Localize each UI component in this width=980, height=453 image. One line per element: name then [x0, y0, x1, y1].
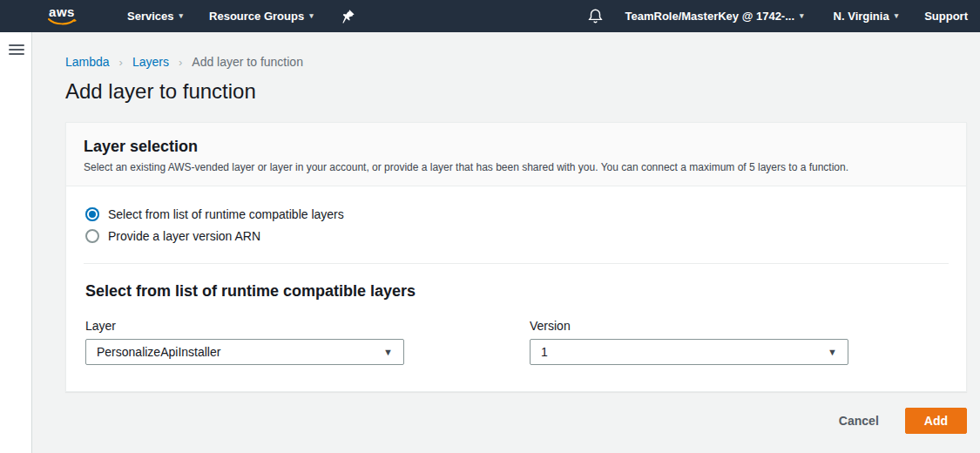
nav-account-menu[interactable]: TeamRole/MasterKey @ 1742-... ▾	[625, 10, 804, 23]
version-select[interactable]: 1 ▼	[530, 339, 848, 365]
chevron-down-icon: ▾	[309, 12, 314, 20]
nav-resource-groups-label: Resource Groups	[209, 10, 304, 23]
chevron-down-icon: ▾	[895, 12, 899, 20]
left-sidebar	[0, 32, 32, 453]
radio-label: Provide a layer version ARN	[108, 229, 260, 243]
version-field: Version 1 ▼	[530, 319, 848, 365]
breadcrumb-lambda-link[interactable]: Lambda	[65, 55, 110, 69]
nav-services-label: Services	[127, 10, 174, 23]
form-fields: Layer PersonalizeApiInstaller ▼ Version …	[85, 319, 949, 365]
section-title: Select from list of runtime compatible l…	[85, 282, 949, 301]
radio-layer-version-arn[interactable]: Provide a layer version ARN	[85, 229, 949, 243]
pin-icon[interactable]	[341, 9, 355, 24]
runtime-compatible-layers-section: Select from list of runtime compatible l…	[66, 264, 966, 391]
nav-support-link[interactable]: Support	[924, 10, 968, 23]
radio-label: Select from list of runtime compatible l…	[108, 207, 344, 221]
layer-select[interactable]: PersonalizeApiInstaller ▼	[85, 339, 404, 365]
chevron-down-icon: ▾	[179, 12, 184, 20]
page-title: Add layer to function	[65, 79, 967, 104]
aws-logo[interactable]: aws	[47, 6, 77, 26]
breadcrumb-separator: ›	[119, 56, 123, 69]
notifications-bell-icon[interactable]	[588, 8, 603, 24]
card-description: Select an existing AWS-vended layer or l…	[84, 161, 949, 173]
layer-field: Layer PersonalizeApiInstaller ▼	[85, 319, 404, 365]
version-field-label: Version	[530, 319, 848, 333]
chevron-down-icon: ▼	[383, 348, 393, 357]
breadcrumb-layers-link[interactable]: Layers	[132, 55, 169, 69]
hamburger-menu-icon[interactable]	[9, 44, 24, 55]
card-header: Layer selection Select an existing AWS-v…	[66, 123, 966, 186]
nav-region-menu[interactable]: N. Virginia ▾	[834, 10, 899, 23]
nav-account-label: TeamRole/MasterKey @ 1742-...	[625, 10, 795, 23]
breadcrumb: Lambda › Layers › Add layer to function	[65, 55, 967, 69]
layer-select-value: PersonalizeApiInstaller	[97, 345, 220, 359]
chevron-down-icon: ▾	[800, 12, 804, 20]
layer-field-label: Layer	[85, 319, 404, 333]
top-navigation-bar: aws Services ▾ Resource Groups ▾	[0, 0, 980, 32]
breadcrumb-current-page: Add layer to function	[192, 55, 303, 69]
cancel-button[interactable]: Cancel	[839, 414, 879, 428]
card-title: Layer selection	[84, 138, 949, 156]
radio-runtime-compatible-layers[interactable]: Select from list of runtime compatible l…	[85, 207, 949, 221]
content-area: Lambda › Layers › Add layer to function …	[32, 32, 980, 453]
radio-selected-icon[interactable]	[85, 207, 99, 221]
main-area: Lambda › Layers › Add layer to function …	[0, 32, 980, 453]
aws-logo-text: aws	[49, 6, 75, 18]
nav-services-menu[interactable]: Services ▾	[127, 10, 183, 23]
nav-resource-groups-menu[interactable]: Resource Groups ▾	[209, 10, 314, 23]
aws-smile-icon	[47, 18, 77, 26]
layer-source-radio-group: Select from list of runtime compatible l…	[66, 186, 966, 263]
add-button[interactable]: Add	[905, 408, 967, 434]
radio-unselected-icon[interactable]	[85, 229, 99, 243]
breadcrumb-separator: ›	[179, 56, 182, 69]
version-select-value: 1	[541, 345, 548, 359]
footer-actions: Cancel Add	[65, 408, 967, 434]
layer-selection-card: Layer selection Select an existing AWS-v…	[65, 122, 967, 392]
chevron-down-icon: ▼	[828, 348, 837, 357]
nav-region-label: N. Virginia	[834, 10, 889, 23]
